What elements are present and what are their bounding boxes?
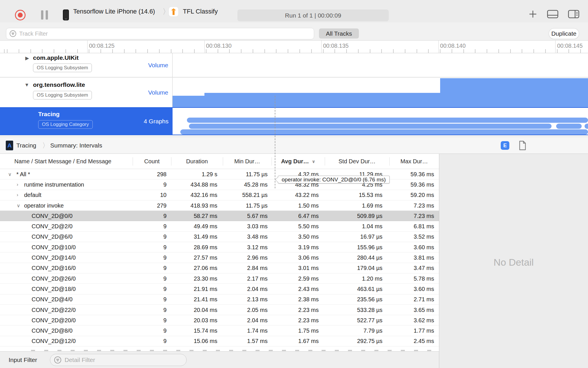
column-header-max[interactable]: Max Dur… [389,154,439,169]
row-name: CONV_2D@18/0 [32,285,76,292]
table-row[interactable]: CONV_2D@18/0921.91 ms2.04 ms2.43 ms463.6… [0,284,439,294]
row-max: 59.20 ms [389,192,434,198]
row-max: 3.60 ms [389,285,434,292]
interval-lane-2[interactable] [189,124,552,129]
track-row-tensorflow[interactable]: ▼ org.tensorflow.lite OS Logging Subsyst… [0,78,588,107]
column-header-stddev[interactable]: Std Dev Dur… [325,154,389,169]
app-target-label[interactable]: TFL Classify [183,8,218,15]
volume-bar-mid [204,93,440,107]
row-avg: 1.75 ms [272,327,319,334]
row-count: 9 [133,254,167,261]
breadcrumb-root[interactable]: Tracing [16,142,36,149]
detail-filter-placeholder: Detail Filter [65,356,95,363]
table-row[interactable]: CONV_2D@8/0915.74 ms1.74 ms1.75 ms7.79 µ… [0,325,439,336]
table-row[interactable]: CONV_2D@22/0920.04 ms2.05 ms2.23 ms533.2… [0,305,439,315]
column-header-name[interactable]: Name / Start Message / End Message [0,154,133,169]
interval-lane-1[interactable] [187,118,588,123]
row-min: 1.74 ms [223,327,268,334]
disclosure-collapsed-icon[interactable]: ▶ [25,55,29,61]
row-std: 509.89 µs [325,212,382,219]
row-disclosure-expanded-icon[interactable]: ∨ [17,202,20,208]
track-badge: OS Logging Subsystem [33,64,92,72]
row-name: CONV_2D@20/0 [32,317,76,323]
disclosure-expanded-icon[interactable]: ▼ [24,82,29,88]
tfl-app-icon [169,7,178,16]
toggle-right-pane-button[interactable] [567,9,580,20]
all-tracks-button[interactable]: All Tracks [319,28,359,39]
table-row[interactable]: CONV_2D@16/0927.06 ms2.84 ms3.01 ms179.0… [0,263,439,273]
table-row[interactable]: ›default10432.16 ms558.21 µs43.22 ms15.5… [0,190,439,200]
track-row-uikit[interactable]: ▶ com.apple.UIKit OS Logging Subsystem V… [0,53,588,77]
interval-lane-2-segment[interactable] [556,124,582,129]
table-row[interactable]: ∨operator invoke279418.93 ms11.75 µs1.50… [0,200,439,211]
inspector-pane: No Detail [439,154,588,368]
column-header-count[interactable]: Count [133,154,171,169]
row-avg: 6.47 ms [272,212,319,219]
row-std: 1.04 ms [325,223,382,230]
row-avg: 2.23 ms [272,317,319,323]
row-duration: 20.03 ms [171,317,217,323]
row-name: default [24,192,41,198]
timeline-ruler[interactable]: 00:08.12500:08.13000:08.13500:08.14000:0… [0,41,588,53]
row-min: 11.75 µs [223,171,268,177]
row-name: CONV_2D@2/0 [32,223,73,230]
row-duration: 20.04 ms [171,306,217,313]
row-disclosure-collapsed-icon[interactable]: › [17,192,18,198]
row-name: CONV_2D@10/0 [32,244,76,250]
table-row[interactable]: CONV_2D@2/0949.49 ms3.03 ms5.50 ms1.04 m… [0,221,439,231]
track-header-uikit[interactable]: ▶ com.apple.UIKit OS Logging Subsystem V… [0,53,173,77]
row-disclosure-expanded-icon[interactable]: ∨ [8,171,11,177]
ruler-gridline [87,41,88,53]
column-header-min[interactable]: Min Dur… [223,154,272,169]
table-row[interactable]: CONV_2D@26/0923.30 ms2.17 ms2.59 ms1.20 … [0,273,439,284]
table-row-selected[interactable]: CONV_2D@0/0958.27 ms5.67 ms6.47 ms509.89… [0,211,439,221]
record-button[interactable] [15,10,26,20]
row-name: CONV_2D@8/0 [32,327,73,334]
row-name: CONV_2D@12/0 [32,338,76,344]
row-name: runtime instrumentation [24,181,84,188]
row-duration: 31.49 ms [171,233,217,240]
row-count: 9 [133,223,167,230]
sort-direction-icon: ∨ [312,159,315,164]
duplicate-button[interactable]: Duplicate [549,28,579,39]
expert-info-button[interactable]: E [501,141,509,150]
table-row[interactable]: CONV_2D@4/0921.41 ms2.13 ms2.38 ms235.56… [0,294,439,305]
row-min: 2.04 ms [223,317,268,323]
table-row[interactable]: CONV_2D@20/0920.03 ms2.04 ms2.23 ms522.7… [0,315,439,325]
column-header-avg-sorted[interactable]: Avg Dur…∨ [272,154,325,169]
detail-filter-input[interactable]: Detail Filter [50,354,187,366]
add-instrument-button[interactable] [528,9,538,20]
track-row-tracing-selected[interactable]: Tracing OS Logging Category 4 Graphs [0,107,588,135]
row-disclosure-collapsed-icon[interactable]: › [17,182,18,187]
toggle-bottom-pane-button[interactable] [546,9,559,20]
interval-lane-3[interactable] [180,129,588,135]
row-min: 3.03 ms [223,223,268,230]
track-header-tensorflow[interactable]: ▼ org.tensorflow.lite OS Logging Subsyst… [0,78,173,107]
row-duration: 15.74 ms [171,327,217,334]
table-row[interactable]: CONV_2D@6/0931.49 ms3.48 ms3.50 ms16.97 … [0,232,439,242]
table-row[interactable]: CONV_2D@12/0915.06 ms1.57 ms1.67 ms292.7… [0,336,439,346]
device-target-label[interactable]: Tensorflow Lite iPhone (14.6) [73,8,155,15]
iphone-device-icon [63,9,69,20]
table-row[interactable]: CONV_2D@14/0927.57 ms2.96 ms3.06 ms280.4… [0,252,439,263]
row-name: CONV_2D@26/0 [32,275,76,282]
document-icon[interactable] [519,141,527,152]
column-header-duration[interactable]: Duration [171,154,223,169]
track-filter-input[interactable]: Track Filter [6,28,314,39]
instrument-icon: A [6,141,13,150]
table-row[interactable]: CONV_2D@10/0928.69 ms3.12 ms3.19 ms155.9… [0,242,439,252]
row-min: 2.13 ms [223,296,268,303]
pause-button[interactable] [41,10,48,20]
playhead-line[interactable] [275,96,275,188]
ruler-time-label: 00:08.135 [323,43,349,49]
ruler-minor-ticks [0,49,588,53]
track-header-tracing[interactable]: Tracing OS Logging Category 4 Graphs [0,108,173,135]
row-count: 9 [133,285,167,292]
row-max: 2.45 ms [389,338,434,344]
row-count: 279 [133,202,167,209]
breadcrumb-page[interactable]: Summary: Intervals [50,142,102,149]
row-std: 16.97 µs [325,233,382,240]
track-area: ▶ com.apple.UIKit OS Logging Subsystem V… [0,53,588,137]
interval-lane-2-segment[interactable] [585,124,588,129]
summary-table-header: Name / Start Message / End Message Count… [0,154,439,169]
